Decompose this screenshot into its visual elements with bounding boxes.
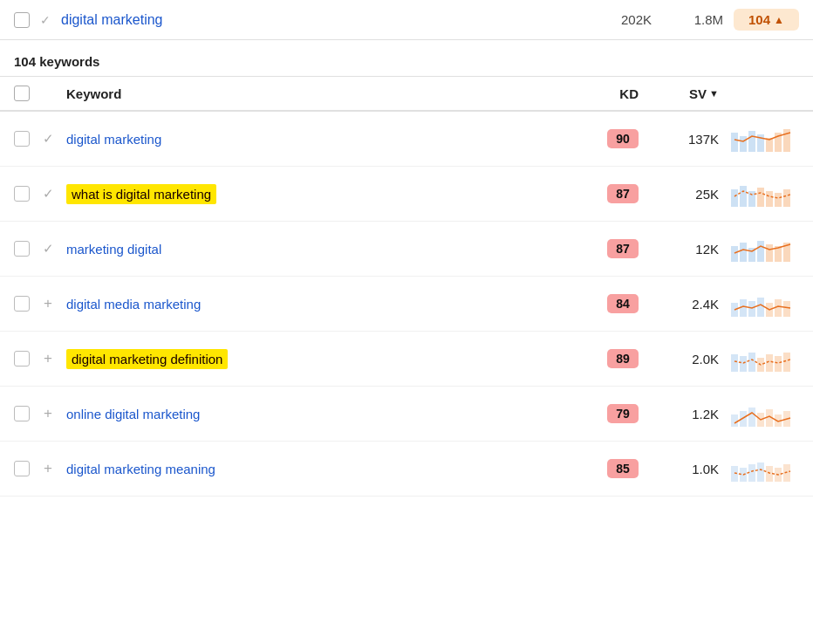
row-kd: 79 [586,404,639,423]
row-kd: 85 [586,459,639,478]
table-header-checkbox[interactable] [14,86,30,101]
kd-badge: 85 [607,459,639,478]
svg-rect-23 [748,301,755,317]
row-checkbox[interactable] [14,241,30,257]
row-sparkline [729,344,799,373]
row-checkbox[interactable] [14,406,30,421]
header-checkbox[interactable] [14,12,30,28]
row-sv: 25K [649,187,719,202]
svg-rect-24 [757,298,764,317]
row-action-check-icon[interactable]: ✓ [40,241,56,257]
table-row: + digital media marketing 84 2.4K [0,277,813,332]
svg-rect-37 [748,408,755,427]
row-action-plus-icon[interactable]: + [40,295,56,312]
keyword-text[interactable]: digital marketing [66,132,161,147]
svg-rect-10 [757,188,764,207]
table-row: ✓ what is digital marketing 87 25K [0,167,813,222]
header-check-icon: ✓ [40,13,51,27]
kd-badge: 90 [607,129,639,148]
keyword-text[interactable]: digital marketing definition [66,349,228,369]
row-sv: 137K [649,132,719,147]
svg-rect-15 [740,243,747,262]
keyword-text[interactable]: online digital marketing [66,407,200,421]
header-count-badge[interactable]: 104 ▲ [734,9,799,31]
header-row: ✓ digital marketing 202K 1.8M 104 ▲ [0,0,813,40]
row-keyword-cell: digital marketing definition [66,349,576,369]
kd-badge: 84 [607,294,639,313]
row-kd: 89 [586,349,639,368]
svg-rect-14 [731,246,738,262]
keywords-count: 104 keywords [0,40,813,76]
svg-rect-12 [775,193,782,207]
kd-badge: 89 [607,349,639,368]
svg-rect-45 [757,462,764,482]
row-checkbox[interactable] [14,351,30,367]
svg-rect-0 [731,133,738,152]
svg-rect-34 [783,353,790,372]
svg-rect-44 [748,464,755,482]
row-action-check-icon[interactable]: ✓ [40,186,56,202]
row-sparkline [729,289,799,319]
row-sparkline [729,234,799,264]
row-sv: 1.2K [649,407,719,421]
table-body: ✓ digital marketing 90 137K ✓ what is di… [0,112,813,497]
svg-rect-17 [757,241,764,262]
row-checkbox[interactable] [14,186,30,202]
header-badge-number: 104 [748,12,770,27]
row-sparkline [729,124,799,154]
row-action-plus-icon[interactable]: + [40,405,56,422]
row-checkbox[interactable] [14,296,30,312]
svg-rect-2 [748,131,755,152]
header-badge-arrow: ▲ [774,14,784,26]
svg-rect-35 [731,414,738,427]
header-sv-value: 1.8M [662,12,723,27]
keyword-text[interactable]: marketing digital [66,242,161,257]
row-keyword-cell: digital marketing [66,132,576,147]
row-checkbox[interactable] [14,461,30,476]
header-kd-value: 202K [599,12,652,27]
row-sv: 12K [649,242,719,257]
svg-rect-7 [731,189,738,207]
svg-rect-27 [783,301,790,317]
table-col-kd: KD [586,86,639,101]
keyword-text[interactable]: digital marketing meaning [66,462,215,476]
keyword-text[interactable]: digital media marketing [66,297,201,312]
svg-rect-13 [783,189,790,207]
row-sv: 1.0K [649,462,719,476]
kd-badge: 87 [607,184,639,203]
svg-rect-32 [766,354,773,372]
table-col-sv[interactable]: SV ▼ [649,86,719,101]
table-col-keyword: Keyword [66,86,576,101]
row-keyword-cell: digital media marketing [66,297,576,312]
row-kd: 87 [586,239,639,258]
row-keyword-cell: what is digital marketing [66,184,576,204]
table-row: ✓ digital marketing 90 137K [0,112,813,167]
svg-rect-33 [775,356,782,372]
svg-rect-1 [740,136,747,152]
row-sv: 2.4K [649,297,719,312]
row-action-plus-icon[interactable]: + [40,350,56,367]
row-action-check-icon[interactable]: ✓ [40,131,56,147]
row-checkbox[interactable] [14,131,30,147]
svg-rect-30 [748,353,755,372]
svg-rect-11 [766,191,773,207]
kd-badge: 87 [607,239,639,258]
table-row: ✓ marketing digital 87 12K [0,222,813,277]
row-keyword-cell: marketing digital [66,242,576,257]
row-kd: 90 [586,129,639,148]
keyword-text[interactable]: what is digital marketing [66,184,216,204]
row-sparkline [729,454,799,483]
row-action-plus-icon[interactable]: + [40,460,56,477]
svg-rect-48 [783,464,790,482]
row-sparkline [729,179,799,209]
svg-rect-28 [731,354,738,372]
header-keyword-title[interactable]: digital marketing [61,12,589,28]
svg-rect-29 [740,356,747,372]
svg-rect-8 [740,186,747,207]
table-row: + digital marketing definition 89 2.0K [0,332,813,387]
table-header: Keyword KD SV ▼ [0,76,813,112]
row-keyword-cell: online digital marketing [66,407,576,421]
sv-sort-arrow: ▼ [709,88,719,99]
svg-rect-18 [766,244,773,262]
kd-badge: 79 [607,404,639,423]
